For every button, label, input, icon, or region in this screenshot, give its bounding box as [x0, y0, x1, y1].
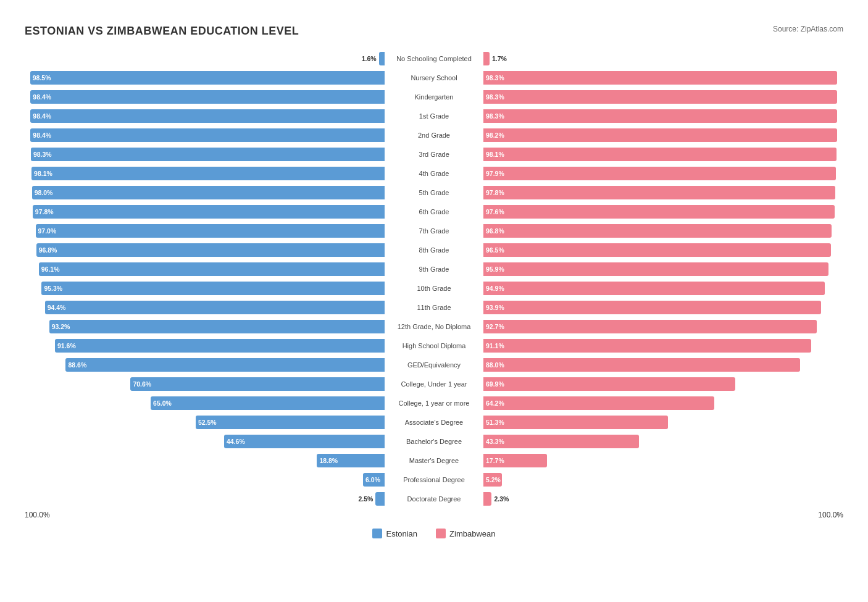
left-section: 93.2%: [25, 320, 385, 333]
bar-row: 96.8% 8th Grade 96.5%: [25, 241, 843, 259]
right-section: 94.9%: [483, 282, 843, 295]
bar-row: 6.0% Professional Degree 5.2%: [25, 471, 843, 488]
right-section: 91.1%: [483, 339, 843, 353]
row-label: 7th Grade: [385, 227, 483, 235]
footer-right: 100.0%: [818, 511, 843, 519]
right-value: 98.3%: [483, 93, 507, 101]
left-value: 98.1%: [31, 170, 55, 177]
estonian-color-box: [372, 529, 382, 538]
right-bar: 64.2%: [483, 396, 714, 410]
right-bar: 96.5%: [483, 243, 831, 257]
bar-row: 93.2% 12th Grade, No Diploma 92.7%: [25, 318, 843, 335]
left-bar: 98.4%: [30, 109, 385, 123]
right-value: 98.3%: [483, 74, 507, 82]
right-value: 69.9%: [483, 380, 507, 388]
left-bar: 18.8%: [317, 454, 385, 467]
right-bar: 97.8%: [483, 186, 835, 199]
left-value: 98.3%: [31, 151, 54, 158]
left-section: 98.3%: [25, 148, 385, 161]
left-section: 94.4%: [25, 301, 385, 314]
right-section: 2.3%: [483, 492, 843, 506]
left-section: 2.5%: [25, 492, 385, 506]
legend-estonian: Estonian: [372, 529, 417, 538]
left-section: 98.0%: [25, 186, 385, 199]
row-label: High School Diploma: [385, 342, 483, 349]
left-bar: 91.6%: [55, 339, 385, 353]
left-section: 1.6%: [25, 52, 385, 65]
source-label: Source: ZipAtlas.com: [773, 25, 843, 33]
left-value: 98.4%: [30, 132, 54, 139]
bar-row: 94.4% 11th Grade 93.9%: [25, 299, 843, 316]
row-label: Nursery School: [385, 74, 483, 82]
footer-left: 100.0%: [25, 511, 50, 519]
bar-row: 98.0% 5th Grade 97.8%: [25, 184, 843, 201]
right-section: 92.7%: [483, 320, 843, 333]
legend: Estonian Zimbabwean: [25, 529, 843, 538]
left-bar: 96.8%: [36, 243, 385, 257]
right-bar: 98.1%: [483, 148, 837, 161]
bar-row: 98.4% 1st Grade 98.3%: [25, 107, 843, 125]
left-value-outside: 1.6%: [362, 55, 377, 62]
right-value: 98.1%: [483, 151, 507, 158]
right-section: 17.7%: [483, 454, 843, 467]
right-bar: 98.3%: [483, 109, 837, 123]
row-label: Master's Degree: [385, 457, 483, 464]
left-value: 98.4%: [30, 93, 54, 101]
right-value: 98.3%: [483, 112, 507, 120]
row-label: College, 1 year or more: [385, 399, 483, 407]
right-bar: 93.9%: [483, 301, 821, 314]
left-bar: 98.1%: [31, 167, 385, 180]
right-bar: 51.3%: [483, 416, 668, 429]
right-value: 91.1%: [483, 342, 507, 349]
left-value: 94.4%: [45, 304, 69, 311]
right-section: 69.9%: [483, 377, 843, 391]
right-section: 96.8%: [483, 224, 843, 238]
zimbabwean-color-box: [436, 529, 446, 538]
left-bar: 98.5%: [30, 71, 385, 85]
left-value: 98.0%: [32, 189, 56, 196]
bar-row: 1.6% No Schooling Completed 1.7%: [25, 50, 843, 67]
zimbabwean-label: Zimbabwean: [449, 529, 495, 538]
left-value: 96.1%: [39, 265, 62, 273]
right-bar: 97.6%: [483, 205, 835, 219]
bar-row: 70.6% College, Under 1 year 69.9%: [25, 375, 843, 393]
left-section: 98.4%: [25, 109, 385, 123]
right-section: 98.1%: [483, 148, 843, 161]
right-section: 5.2%: [483, 473, 843, 487]
bar-row: 98.4% 2nd Grade 98.2%: [25, 127, 843, 144]
bar-row: 98.5% Nursery School 98.3%: [25, 69, 843, 86]
left-value: 18.8%: [317, 457, 340, 464]
bar-row: 97.0% 7th Grade 96.8%: [25, 222, 843, 240]
left-bar: 98.3%: [31, 148, 385, 161]
row-label: Kindergarten: [385, 93, 483, 101]
footer-labels: 100.0% 100.0%: [25, 511, 843, 519]
right-bar: 98.3%: [483, 90, 837, 104]
estonian-label: Estonian: [386, 529, 417, 538]
chart-area: 1.6% No Schooling Completed 1.7% 98.5% N…: [25, 50, 843, 508]
right-section: 98.3%: [483, 109, 843, 123]
left-section: 88.6%: [25, 358, 385, 372]
right-value: 88.0%: [483, 361, 507, 369]
left-section: 97.8%: [25, 205, 385, 219]
left-section: 91.6%: [25, 339, 385, 353]
left-section: 98.5%: [25, 71, 385, 85]
left-value: 98.5%: [30, 74, 54, 82]
left-bar: 44.6%: [224, 435, 385, 448]
bar-row: 98.4% Kindergarten 98.3%: [25, 88, 843, 106]
bar-row: 98.3% 3rd Grade 98.1%: [25, 146, 843, 163]
right-section: 43.3%: [483, 435, 843, 448]
right-value: 97.8%: [483, 189, 507, 196]
bar-row: 65.0% College, 1 year or more 64.2%: [25, 395, 843, 412]
left-value: 91.6%: [55, 342, 78, 349]
left-bar: 97.8%: [33, 205, 385, 219]
left-bar: 98.4%: [30, 90, 385, 104]
chart-title: ESTONIAN VS ZIMBABWEAN EDUCATION LEVEL: [25, 25, 843, 38]
bar-row: 91.6% High School Diploma 91.1%: [25, 337, 843, 354]
left-section: 96.1%: [25, 262, 385, 276]
left-value: 98.4%: [30, 112, 54, 120]
row-label: GED/Equivalency: [385, 361, 483, 369]
right-bar: 94.9%: [483, 282, 825, 295]
left-bar: 95.3%: [41, 282, 385, 295]
row-label: 10th Grade: [385, 285, 483, 292]
left-section: 97.0%: [25, 224, 385, 238]
